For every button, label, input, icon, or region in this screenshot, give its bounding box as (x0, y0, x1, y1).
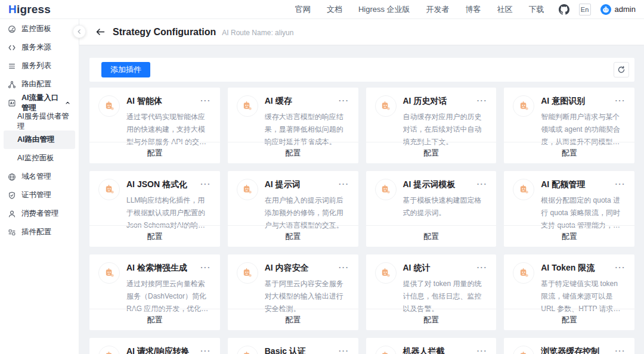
back-button[interactable] (95, 27, 106, 37)
more-icon[interactable]: ··· (475, 179, 488, 188)
plugin-configure-button[interactable]: 配置 (366, 142, 497, 163)
more-icon[interactable]: ··· (198, 262, 212, 271)
more-icon[interactable]: ··· (198, 179, 212, 188)
plugin-card-title: AI 检索增强生成 (126, 262, 187, 274)
add-plugin-button[interactable]: 添加插件 (101, 62, 150, 77)
more-icon[interactable]: ··· (198, 95, 212, 104)
sidebar-nav: 监控面板 服务来源 服务列表 路由配置 AI流量入口管理 AI服务提供者管理 A… (0, 19, 79, 354)
more-icon[interactable]: ··· (613, 179, 627, 188)
topnav-item[interactable]: 下载 (529, 4, 544, 15)
more-icon[interactable]: ··· (336, 95, 350, 104)
sidebar-item[interactable]: 路由配置 (0, 75, 79, 94)
sidebar-item[interactable]: 插件配置 (0, 223, 79, 241)
topnav-item[interactable]: 开发者 (426, 4, 450, 15)
more-icon[interactable]: ··· (475, 346, 488, 354)
plugin-configure-button[interactable]: 配置 (89, 142, 220, 163)
consumer-icon (8, 210, 16, 218)
plugin-configure-button[interactable]: 配置 (504, 142, 634, 163)
topnav-item[interactable]: 文档 (327, 4, 342, 15)
plugin-card: AI 提示词 ··· 在用户输入的提示词前后添加额外的修饰，简化用户与大语言模型… (228, 171, 358, 247)
page-title: Strategy Configuration (113, 27, 216, 38)
language-toggle[interactable]: En (579, 4, 591, 15)
app-layout: 监控面板 服务来源 服务列表 路由配置 AI流量入口管理 AI服务提供者管理 A… (0, 19, 644, 354)
plugin-robot-icon (513, 95, 534, 117)
plugin-card: AI 配额管理 ··· 根据分配固定的 quota 进行 quota 策略限流，… (504, 171, 634, 247)
topnav-item[interactable]: 社区 (497, 4, 513, 15)
main-area: 添加插件 AI 智能体 ··· 通过零代码实现智能体应用的快速构建，支持大模型与… (79, 45, 644, 354)
sidebar-item-label: 插件配置 (21, 227, 51, 237)
sidebar-item-label: 服务来源 (21, 42, 51, 52)
topnav-item[interactable]: 博客 (466, 4, 481, 15)
plugin-robot-icon (375, 179, 397, 200)
sidebar-item-label: 服务列表 (21, 61, 51, 71)
plugin-robot-icon (375, 346, 397, 354)
sidebar-item[interactable]: 服务列表 (0, 57, 79, 75)
ai-traffic-icon (8, 99, 16, 107)
sidebar-subitem[interactable]: AI路由管理 (4, 131, 75, 149)
sidebar-subitem[interactable]: AI服务提供者管理 (4, 112, 75, 131)
sidebar-item[interactable]: 服务来源 (0, 38, 79, 57)
plugin-configure-button[interactable]: 配置 (228, 142, 358, 163)
sidebar-item[interactable]: 证书管理 (0, 186, 79, 204)
arrow-left-icon (95, 27, 106, 37)
plugin-robot-icon (237, 179, 258, 200)
plugin-configure-button[interactable]: 配置 (228, 225, 358, 247)
plugin-card-description: 基于模板快速构建固定格式的提示词。 (403, 194, 488, 219)
chevron-left-icon (76, 29, 82, 35)
plugin-card: AI JSON 格式化 ··· LLM响应结构化插件，用于根据默认或用户配置的J… (89, 171, 220, 247)
sidebar-collapse-button[interactable] (73, 25, 86, 38)
plugin-icon (8, 228, 16, 237)
page-subtitle: AI Route Name: aliyun (222, 27, 293, 37)
plugin-robot-icon (237, 262, 258, 284)
plugin-configure-button[interactable]: 配置 (366, 225, 497, 247)
certificate-icon (8, 191, 16, 200)
plugin-robot-icon (237, 95, 258, 117)
more-icon[interactable]: ··· (613, 95, 627, 104)
user-menu[interactable]: admin (600, 4, 636, 15)
sidebar-item[interactable]: 监控面板 (0, 20, 79, 38)
topnav-item[interactable]: 官网 (295, 4, 311, 15)
toolbar: 添加插件 (89, 58, 634, 82)
plugin-configure-button[interactable]: 配置 (504, 225, 634, 247)
plugin-robot-icon (375, 262, 397, 284)
more-icon[interactable]: ··· (336, 346, 350, 354)
plugin-robot-icon (513, 179, 534, 200)
more-icon[interactable]: ··· (198, 346, 212, 354)
more-icon[interactable]: ··· (613, 262, 627, 271)
sidebar-item-label: AI流量入口管理 (21, 93, 65, 113)
brand-logo-rest: igress (17, 3, 51, 15)
more-icon[interactable]: ··· (336, 179, 350, 188)
plugin-configure-button[interactable]: 配置 (366, 309, 497, 330)
more-icon[interactable]: ··· (475, 95, 488, 104)
plugin-configure-button[interactable]: 配置 (89, 225, 220, 247)
brand-logo-h: H (8, 3, 17, 15)
more-icon[interactable]: ··· (475, 262, 488, 271)
topnav-aux: En admin (559, 4, 636, 15)
plugin-card: AI 缓存 ··· 缓存大语言模型的响应结果，显著降低相似问题的响应时延并节省成… (228, 88, 358, 163)
plugin-card: AI 历史对话 ··· 自动缓存对应用户的历史对话，在后续对话中自动填充到上下文… (366, 88, 497, 163)
page-header: Strategy Configuration AI Route Name: al… (79, 19, 644, 45)
brand-logo[interactable]: Higress (8, 3, 51, 16)
sidebar-subitem[interactable]: AI监控面板 (4, 149, 75, 167)
plugin-robot-icon (237, 346, 258, 354)
plugin-card: AI 请求/响应转换 ··· 配置 (89, 338, 220, 354)
topnav-item[interactable]: Higress 企业版 (358, 4, 410, 15)
sidebar-item[interactable]: 消费者管理 (0, 204, 79, 223)
sidebar-item[interactable]: AI流量入口管理 (0, 94, 79, 112)
more-icon[interactable]: ··· (613, 346, 627, 354)
plugin-card-title: AI 配额管理 (541, 179, 585, 190)
sidebar-subitem-label: AI服务提供者管理 (17, 111, 75, 132)
plugin-configure-button[interactable]: 配置 (89, 309, 220, 330)
plugin-configure-button[interactable]: 配置 (504, 309, 634, 330)
plugin-card: AI Token 限流 ··· 基于特定键值实现 token 限流，键值来源可以… (504, 254, 634, 330)
more-icon[interactable]: ··· (336, 262, 350, 271)
plugin-configure-button[interactable]: 配置 (228, 309, 358, 330)
service-source-icon (8, 44, 16, 52)
sidebar-item-label: 路由配置 (21, 79, 51, 89)
sidebar-item[interactable]: 域名管理 (0, 167, 79, 186)
refresh-button[interactable] (614, 62, 629, 77)
plugin-card: 机器人拦截 ··· 配置 (366, 338, 497, 354)
plugin-robot-icon (513, 346, 534, 354)
github-icon[interactable] (559, 4, 569, 15)
plugin-card-title: AI 智能体 (126, 95, 162, 107)
